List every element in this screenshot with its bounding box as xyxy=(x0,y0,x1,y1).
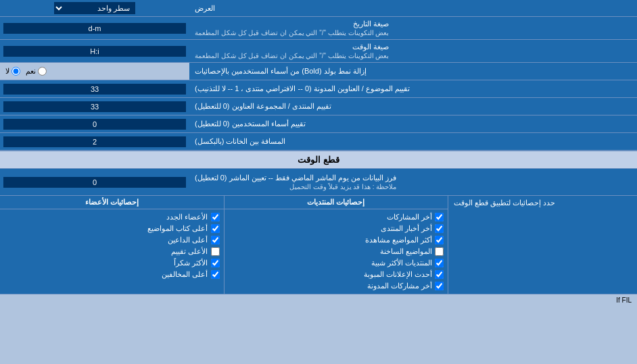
stat-checkbox[interactable] xyxy=(211,259,220,267)
stat-checkbox[interactable] xyxy=(435,259,444,267)
forum-order-label: تقييم الموضوع / العناوين المدونة (0 -- ا… xyxy=(189,80,637,97)
date-format-label: صيغة التاريخ بعض التكوينات يتطلب "/" الت… xyxy=(189,17,637,39)
forum-order-row: تقييم الموضوع / العناوين المدونة (0 -- ا… xyxy=(0,80,637,98)
display-row: العرض سطر واحد سطرين ثلاثة أسطر xyxy=(0,0,637,17)
list-item: المنتديات الأكثر شبية xyxy=(229,257,444,269)
stats-col1-header: إحصائيات المنتديات xyxy=(225,196,448,209)
stat-checkbox[interactable] xyxy=(435,282,444,290)
bold-yes-radio[interactable] xyxy=(38,67,47,76)
list-item: أكثر المواضيع مشاهدة xyxy=(229,234,444,246)
stats-columns: إحصائيات المنتديات أخر المشاركات أخر أخب… xyxy=(0,196,448,294)
snapshot-days-input[interactable] xyxy=(3,177,186,188)
time-format-input-cell xyxy=(0,40,189,62)
bold-yes-label[interactable]: نعم xyxy=(26,67,47,76)
list-item: الأعضاء الجدد xyxy=(4,211,220,223)
apply-stats-row: حدد إحصائيات لتطبيق قطع الوقت إحصائيات ا… xyxy=(0,196,637,294)
stats-col1-items: أخر المشاركات أخر أخبار المنتدى أكثر الم… xyxy=(225,209,448,294)
stat-checkbox[interactable] xyxy=(435,213,444,222)
users-order-input[interactable] xyxy=(3,119,186,130)
stat-checkbox[interactable] xyxy=(435,247,444,256)
gap-input-cell xyxy=(0,133,189,150)
list-item: الأعلى تقييم xyxy=(4,246,220,257)
display-label: العرض xyxy=(189,0,637,16)
stat-checkbox[interactable] xyxy=(211,236,220,244)
stat-checkbox[interactable] xyxy=(211,247,220,256)
forum-group-input-cell xyxy=(0,98,189,115)
forum-group-input[interactable] xyxy=(3,101,186,112)
users-order-label: تقييم أسماء المستخدمين (0 للتعطيل) xyxy=(189,115,637,132)
stats-col1: إحصائيات المنتديات أخر المشاركات أخر أخب… xyxy=(224,196,448,294)
snapshot-days-input-cell xyxy=(0,169,189,195)
date-format-row: صيغة التاريخ بعض التكوينات يتطلب "/" الت… xyxy=(0,17,637,40)
bold-row: إزالة نمط بولد (Bold) من أسماء المستخدمي… xyxy=(0,63,637,80)
snapshot-days-label: فرز البيانات من يوم الماشر الماضي فقط --… xyxy=(189,169,637,195)
forum-order-input-cell xyxy=(0,80,189,97)
gap-input[interactable] xyxy=(3,136,186,147)
forum-group-label: تقييم المنتدى / المجموعة العناوين (0 للت… xyxy=(189,98,637,115)
bold-input-cell: نعم لا xyxy=(0,63,189,80)
time-format-input[interactable] xyxy=(3,46,186,57)
stats-col2-header: إحصائيات الأعضاء xyxy=(0,196,224,209)
list-item: المواضيع الساخنة xyxy=(229,246,444,257)
list-item: الأكثر شكراً xyxy=(4,257,220,269)
stat-checkbox[interactable] xyxy=(211,270,220,279)
bold-no-label[interactable]: لا xyxy=(5,67,20,76)
snapshot-section-header: قطع الوقت xyxy=(0,151,637,169)
time-format-label: صيغة الوقت بعض التكوينات يتطلب "/" التي … xyxy=(189,40,637,62)
stat-checkbox[interactable] xyxy=(211,213,220,222)
list-item: أخر أخبار المنتدى xyxy=(229,223,444,234)
date-format-input[interactable] xyxy=(3,23,186,34)
list-item: أخر مشاركات المدونة xyxy=(229,280,444,292)
gap-row: المسافة بين الخانات (بالبكسل) xyxy=(0,133,637,151)
forum-group-row: تقييم المنتدى / المجموعة العناوين (0 للت… xyxy=(0,98,637,115)
bold-label: إزالة نمط بولد (Bold) من أسماء المستخدمي… xyxy=(189,63,637,80)
bold-no-radio[interactable] xyxy=(11,67,20,76)
stat-checkbox[interactable] xyxy=(435,224,444,233)
list-item: أعلى المخالفين xyxy=(4,269,220,280)
date-format-input-cell xyxy=(0,17,189,39)
list-item: أعلى كتاب المواضيع xyxy=(4,223,220,234)
users-order-input-cell xyxy=(0,115,189,132)
bottom-note: If FIL xyxy=(0,294,637,306)
time-format-row: صيغة الوقت بعض التكوينات يتطلب "/" التي … xyxy=(0,40,637,63)
display-input-cell: سطر واحد سطرين ثلاثة أسطر xyxy=(0,0,189,16)
display-select[interactable]: سطر واحد سطرين ثلاثة أسطر xyxy=(54,2,135,14)
forum-order-input[interactable] xyxy=(3,84,186,95)
stat-checkbox[interactable] xyxy=(435,270,444,279)
list-item: أخر المشاركات xyxy=(229,211,444,223)
list-item: أعلى الداعين xyxy=(4,234,220,246)
apply-stats-label: حدد إحصائيات لتطبيق قطع الوقت xyxy=(448,196,637,294)
gap-label: المسافة بين الخانات (بالبكسل) xyxy=(189,133,637,150)
stats-col2: إحصائيات الأعضاء الأعضاء الجدد أعلى كتاب… xyxy=(0,196,224,294)
stats-col2-items: الأعضاء الجدد أعلى كتاب المواضيع أعلى ال… xyxy=(0,209,224,282)
users-order-row: تقييم أسماء المستخدمين (0 للتعطيل) xyxy=(0,115,637,133)
stat-checkbox[interactable] xyxy=(211,224,220,233)
snapshot-days-row: فرز البيانات من يوم الماشر الماضي فقط --… xyxy=(0,169,637,196)
list-item: أحدث الإعلانات المبوبة xyxy=(229,269,444,280)
stat-checkbox[interactable] xyxy=(435,236,444,244)
